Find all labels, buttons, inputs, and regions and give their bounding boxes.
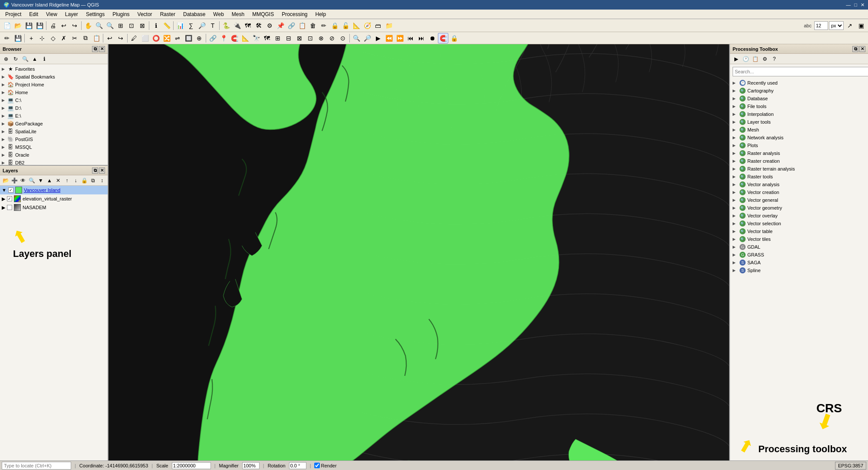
extra-btn5[interactable]: 🔗: [286, 20, 296, 31]
menu-view[interactable]: View: [43, 10, 61, 18]
render-checkbox[interactable]: [314, 463, 320, 468]
browser-float-btn[interactable]: ⧉: [92, 46, 98, 52]
extra-btn4[interactable]: 📌: [275, 20, 286, 31]
extra-btn11[interactable]: 📐: [351, 20, 362, 31]
menu-web[interactable]: Web: [210, 10, 227, 18]
layer-expand-btn[interactable]: ▼: [37, 177, 45, 184]
layer-item-vancouver-island[interactable]: ▼ ✓ Vancouver Island: [0, 186, 108, 194]
extra-btn3[interactable]: ⚙: [264, 20, 275, 31]
zoom-out-btn[interactable]: 🔍: [105, 20, 115, 31]
d-btn18[interactable]: ⊗: [316, 33, 326, 43]
window-controls[interactable]: — □ ✕: [846, 2, 865, 8]
toolbox-vector-selection[interactable]: ▶ 🔍 Vector selection: [730, 220, 868, 227]
processing-header-btns[interactable]: ⧉ ✕: [852, 46, 865, 52]
menu-project[interactable]: Project: [2, 10, 25, 18]
attr-table-btn[interactable]: 📊: [175, 20, 185, 31]
d-btn5[interactable]: ⇌: [172, 33, 183, 43]
toolbox-recently-used[interactable]: ▶ 🕐 Recently used: [730, 79, 868, 87]
d-btn27[interactable]: ⏭: [416, 33, 427, 43]
map-canvas[interactable]: [108, 44, 729, 460]
new-project-btn[interactable]: 📄: [2, 20, 12, 31]
d-btn2[interactable]: ⬜: [140, 33, 150, 43]
snap-btn1[interactable]: 🧲: [438, 33, 448, 43]
layer-collapse-btn[interactable]: ▲: [46, 177, 53, 184]
browser-add-btn[interactable]: ⊕: [2, 55, 10, 63]
menu-help[interactable]: Help: [312, 10, 330, 18]
browser-filter-btn[interactable]: 🔍: [21, 55, 30, 63]
panel-toggle-btn[interactable]: ▣: [856, 20, 866, 31]
toolbox-file-tools[interactable]: ▶ 🔍 File tools: [730, 102, 868, 110]
layer-name-vancouver-island[interactable]: Vancouver Island: [24, 187, 60, 193]
extra-btn13[interactable]: 🗃: [373, 20, 383, 31]
d-btn22[interactable]: 🔎: [362, 33, 372, 43]
menu-settings[interactable]: Settings: [82, 10, 108, 18]
layers-close-btn[interactable]: ✕: [99, 168, 105, 174]
menu-mmqgis[interactable]: MMQGIS: [249, 10, 277, 18]
toolbox-vector-general[interactable]: ▶ 🔍 Vector general: [730, 196, 868, 204]
toolbox-vector-creation[interactable]: ▶ 🔍 Vector creation: [730, 188, 868, 196]
d-btn12[interactable]: 🔭: [251, 33, 261, 43]
extra-btn6[interactable]: 📋: [297, 20, 307, 31]
print-btn[interactable]: 🖨: [48, 20, 58, 31]
open-layer-btn[interactable]: 📂: [2, 177, 10, 184]
zoom-selection-btn[interactable]: ⊠: [137, 20, 148, 31]
layer-lock-btn[interactable]: 🔒: [81, 177, 89, 184]
save-project-btn[interactable]: 💾: [23, 20, 34, 31]
open-project-btn[interactable]: 📂: [13, 20, 23, 31]
d-btn24[interactable]: ⏪: [384, 33, 394, 43]
scale-value-input[interactable]: [172, 462, 211, 469]
processing-history-btn[interactable]: 🕐: [741, 55, 750, 63]
delete-selected-btn[interactable]: ✗: [59, 33, 69, 43]
menu-plugins[interactable]: Plugins: [109, 10, 133, 18]
copy-features-btn[interactable]: ⧉: [80, 33, 91, 43]
processing-help-btn[interactable]: ?: [770, 55, 779, 63]
d-btn4[interactable]: 🔀: [161, 33, 172, 43]
d-btn8[interactable]: 🔗: [207, 33, 218, 43]
d-btn17[interactable]: ⊡: [305, 33, 316, 43]
font-unit-select[interactable]: px: [829, 21, 844, 30]
toolbox-raster-creation[interactable]: ▶ 🔍 Raster creation: [730, 157, 868, 165]
toolbox-cartography[interactable]: ▶ 🔍 Cartography: [730, 87, 868, 95]
layer-item-nasadem[interactable]: ▶ NASADEM: [0, 203, 108, 212]
browser-collapse-btn[interactable]: ▲: [30, 55, 39, 63]
toolbox-raster-terrain[interactable]: ▶ 🔍 Raster terrain analysis: [730, 165, 868, 173]
font-size-input[interactable]: [814, 21, 828, 30]
save-as-btn[interactable]: 💾: [34, 20, 45, 31]
zoom-in-btn[interactable]: 🔍: [94, 20, 104, 31]
toolbox-database[interactable]: ▶ 🔍 Database: [730, 95, 868, 102]
toolbox-vector-analysis[interactable]: ▶ 🔍 Vector analysis: [730, 181, 868, 188]
browser-item-project-home[interactable]: ▶ 🏠 Project Home: [0, 81, 108, 89]
locator-btn[interactable]: 🔎: [197, 20, 207, 31]
processing-options-btn[interactable]: ⚙: [760, 55, 769, 63]
crs-btn-area[interactable]: EPSG:3857: [835, 462, 866, 470]
redo-edits-btn[interactable]: ↪: [115, 33, 126, 43]
browser-item-geopackage[interactable]: ▶ 📦 GeoPackage: [0, 120, 108, 128]
toolbox-vector-tiles[interactable]: ▶ 🔍 Vector tiles: [730, 235, 868, 243]
extra-btn8[interactable]: ✏: [319, 20, 329, 31]
menu-raster[interactable]: Raster: [157, 10, 179, 18]
browser-item-oracle[interactable]: ▶ 🗄 Oracle: [0, 151, 108, 159]
browser-item-favorites[interactable]: ▶ ★ Favorites: [0, 65, 108, 73]
browser-item-home[interactable]: ▶ 🏠 Home: [0, 89, 108, 96]
text-btn[interactable]: T: [207, 20, 218, 31]
layer-sort-btn[interactable]: ↕: [98, 177, 106, 184]
zoom-layer-btn[interactable]: ⊡: [126, 20, 137, 31]
edit-btn[interactable]: ✏: [2, 33, 12, 43]
menu-edit[interactable]: Edit: [26, 10, 42, 18]
extra-btn12[interactable]: 🧭: [362, 20, 372, 31]
zoom-full-btn[interactable]: ⊞: [115, 20, 126, 31]
processing-close-btn[interactable]: ✕: [859, 46, 865, 52]
d-btn13[interactable]: 🗺: [262, 33, 272, 43]
toolbox-plots[interactable]: ▶ 🔍 Plots: [730, 141, 868, 149]
menu-layer[interactable]: Layer: [62, 10, 82, 18]
layer-down-btn[interactable]: ↓: [72, 177, 79, 184]
menu-mesh[interactable]: Mesh: [228, 10, 248, 18]
minimize-btn[interactable]: —: [846, 2, 851, 8]
crs-button[interactable]: EPSG:3857: [835, 462, 866, 470]
d-btn10[interactable]: 🧲: [229, 33, 240, 43]
rotation-input[interactable]: [289, 462, 306, 469]
remove-layer-btn[interactable]: ✕: [54, 177, 62, 184]
toolbox-gdal[interactable]: ▶ G GDAL: [730, 243, 868, 251]
extra-btn1[interactable]: 🗺: [243, 20, 253, 31]
browser-item-mssql[interactable]: ▶ 🗄 MSSQL: [0, 143, 108, 151]
